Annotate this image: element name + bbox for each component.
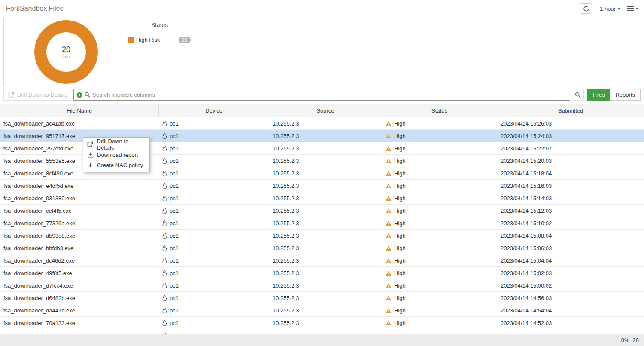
table-row[interactable]: fsa_downloader_db93d8.exe pc1 10.255.2.3…: [0, 230, 644, 242]
context-menu-item-drill-down[interactable]: Drill Down to Details: [83, 139, 149, 150]
cell-text-source: 10.255.2.3: [273, 183, 299, 189]
device-icon: [162, 121, 167, 126]
cell-file-name: fsa_downloader_dc46d2.exe: [0, 254, 159, 266]
cell-status: High: [382, 217, 497, 229]
table-row[interactable]: fsa_downloader_80df0.exe pc1 10.255.2.3 …: [0, 329, 644, 334]
cell-text-submitted: 2023/04/14 15:10:02: [501, 220, 552, 227]
cell-file-name: fsa_downloader_77329a.exe: [0, 217, 159, 229]
cell-submitted: 2023/04/14 15:18:04: [497, 167, 644, 179]
cell-source: 10.255.2.3: [269, 317, 382, 329]
device-icon: [162, 183, 167, 189]
cell-text-submitted: 2023/04/14 15:18:04: [501, 170, 552, 177]
cell-text-device: pc1: [170, 233, 179, 239]
cell-submitted: 2023/04/14 15:02:03: [497, 267, 644, 279]
search-button[interactable]: [572, 89, 584, 101]
column-header-submitted[interactable]: Submitted: [497, 104, 644, 117]
warning-icon: [386, 146, 392, 151]
cell-file-name: fsa_downloader_49f8f5.exe: [0, 267, 159, 279]
column-header-file-name[interactable]: File Name: [0, 104, 159, 117]
context-menu-item-create-nac-policy[interactable]: Create NAC policy: [83, 160, 149, 170]
cell-device: pc1: [159, 180, 269, 192]
context-menu-item-download-report[interactable]: Download report: [83, 150, 149, 160]
table-row[interactable]: fsa_downloader_dc46d2.exe pc1 10.255.2.3…: [0, 254, 644, 267]
warning-icon: [386, 320, 392, 326]
cell-text-file: fsa_downloader_d7fcc4.exe: [3, 282, 73, 289]
cell-text-file: fsa_downloader_031380.exe: [3, 195, 75, 202]
cell-text-submitted: 2023/04/14 15:20:03: [501, 158, 552, 164]
cell-source: 10.255.2.3: [269, 304, 382, 316]
column-header-status[interactable]: Status: [382, 104, 497, 117]
hamburger-icon: [627, 6, 634, 11]
search-icon: [85, 92, 90, 98]
cell-status: High: [382, 167, 497, 179]
warning-icon: [386, 183, 392, 189]
donut-chart[interactable]: 20 Total: [34, 20, 98, 84]
cell-text-source: 10.255.2.3: [273, 307, 299, 314]
cell-text-status: High: [394, 257, 406, 264]
cell-status: High: [382, 117, 497, 129]
row-count: 20: [633, 337, 639, 343]
refresh-button[interactable]: [580, 3, 592, 14]
table-row[interactable]: fsa_downloader_77329a.exe pc1 10.255.2.3…: [0, 217, 644, 230]
cell-submitted: 2023/04/14 14:52:03: [497, 317, 644, 329]
progress-percent: 0%: [621, 337, 629, 343]
cell-text-device: pc1: [170, 208, 179, 214]
high-risk-swatch: [128, 37, 134, 43]
cell-status: High: [382, 317, 497, 329]
cell-text-file: fsa_downloader_951717.exe: [3, 133, 75, 139]
cell-device: pc1: [159, 292, 269, 304]
cell-submitted: 2023/04/14 15:24:03: [497, 130, 644, 142]
cell-text-submitted: 2023/04/14 15:26:03: [501, 120, 552, 127]
table-row[interactable]: fsa_downloader_bbfdb3.exe pc1 10.255.2.3…: [0, 242, 644, 254]
search-input[interactable]: [92, 92, 567, 98]
reports-tab[interactable]: Reports: [610, 89, 641, 101]
device-icon: [162, 208, 167, 214]
time-range-dropdown[interactable]: 1 hour ▾: [600, 6, 620, 12]
table-row[interactable]: fsa_downloader_da447b.exe pc1 10.255.2.3…: [0, 304, 644, 317]
cell-status: High: [382, 142, 497, 154]
table-row[interactable]: fsa_downloader_d7fcc4.exe pc1 10.255.2.3…: [0, 279, 644, 292]
cell-text-file: fsa_downloader_bbfdb3.exe: [3, 245, 73, 251]
table-row[interactable]: fsa_downloader_031380.exe pc1 10.255.2.3…: [0, 192, 644, 205]
chart-legend: Status High Risk 20: [128, 18, 196, 86]
cell-submitted: 2023/04/14 15:06:03: [497, 242, 644, 254]
drill-down-icon: [8, 92, 14, 98]
cell-device: pc1: [159, 304, 269, 316]
menu-item-label: Download report: [97, 152, 138, 158]
cell-text-file: fsa_downloader_d6482b.exe: [3, 295, 75, 301]
files-tab[interactable]: Files: [587, 89, 610, 101]
cell-device: pc1: [159, 230, 269, 242]
cell-source: 10.255.2.3: [269, 155, 382, 167]
cell-submitted: 2023/04/14 14:56:03: [497, 292, 644, 304]
table-row[interactable]: fsa_downloader_d6482b.exe pc1 10.255.2.3…: [0, 292, 644, 304]
cell-source: 10.255.2.3: [269, 329, 382, 334]
table-row[interactable]: fsa_downloader_ac41ab.exe pc1 10.255.2.3…: [0, 117, 644, 130]
table-row[interactable]: fsa_downloader_49f8f5.exe pc1 10.255.2.3…: [0, 267, 644, 279]
add-filter-icon[interactable]: [76, 92, 82, 98]
table-row[interactable]: fsa_downloader_cef4f5.exe pc1 10.255.2.3…: [0, 205, 644, 217]
legend-title: Status: [128, 21, 191, 31]
cell-text-source: 10.255.2.3: [273, 208, 299, 214]
warning-icon: [386, 245, 392, 251]
menu-dropdown[interactable]: ▾: [627, 6, 638, 11]
cell-status: High: [382, 155, 497, 167]
status-chart-panel: 20 Total Status High Risk 20: [3, 18, 196, 86]
drill-down-button[interactable]: Drill Down to Details: [3, 89, 72, 101]
cell-text-status: High: [394, 208, 406, 214]
warning-icon: [386, 270, 392, 276]
table-row[interactable]: fsa_downloader_70a133.exe pc1 10.255.2.3…: [0, 317, 644, 329]
chevron-down-icon: ▾: [636, 6, 638, 11]
cell-text-status: High: [394, 320, 406, 326]
cell-text-device: pc1: [170, 220, 179, 227]
cell-status: High: [382, 242, 497, 254]
column-header-device[interactable]: Device: [159, 104, 269, 117]
table-row[interactable]: fsa_downloader_e4df5d.exe pc1 10.255.2.3…: [0, 180, 644, 192]
cell-submitted: 2023/04/14 15:00:02: [497, 279, 644, 291]
cell-text-file: fsa_downloader_db93d8.exe: [3, 233, 75, 239]
legend-item-high-risk[interactable]: High Risk 20: [128, 37, 191, 43]
cell-text-file: fsa_downloader_70a133.exe: [3, 320, 75, 326]
cell-text-submitted: 2023/04/14 15:08:04: [501, 233, 552, 239]
cell-text-status: High: [394, 282, 406, 289]
column-header-source[interactable]: Source: [269, 104, 382, 117]
cell-file-name: fsa_downloader_cef4f5.exe: [0, 205, 159, 217]
